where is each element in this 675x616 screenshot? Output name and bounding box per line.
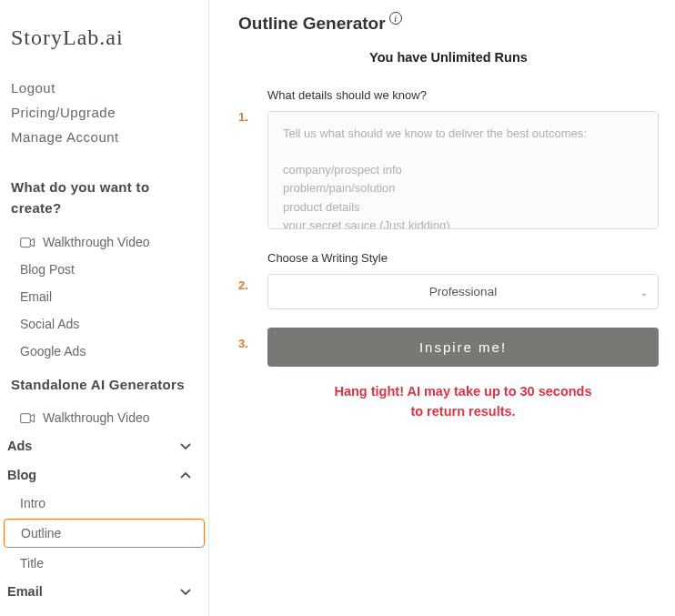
chevron-down-icon bbox=[179, 439, 192, 452]
step-2: 2. Choose a Writing Style Professional ⌄ bbox=[238, 251, 659, 309]
nav-google-ads[interactable]: Google Ads bbox=[0, 338, 208, 365]
nav-blog-post[interactable]: Blog Post bbox=[0, 256, 208, 283]
writing-style-select[interactable]: Professional bbox=[267, 274, 659, 309]
nav-item-label: Google Ads bbox=[20, 344, 86, 358]
step-number: 1. bbox=[238, 88, 253, 233]
step-number: 3. bbox=[238, 328, 253, 422]
sidebar: StoryLab.ai Logout Pricing/Upgrade Manag… bbox=[0, 0, 209, 616]
nav-walkthrough-video[interactable]: Walkthrough Video bbox=[0, 228, 208, 256]
blog-outline-item[interactable]: Outline bbox=[4, 519, 205, 548]
step-1: 1. What details should we know? bbox=[238, 88, 659, 233]
step-3: 3. Inspire me! Hang tight! AI may take u… bbox=[238, 328, 659, 422]
nav-item-label: Social Ads bbox=[20, 317, 79, 331]
svg-rect-0 bbox=[21, 238, 31, 247]
runs-label: You have Unlimited Runs bbox=[238, 50, 659, 65]
info-icon[interactable]: i bbox=[389, 12, 402, 25]
nav-item-label: Email bbox=[20, 289, 52, 304]
video-icon bbox=[20, 412, 35, 423]
blog-intro-item[interactable]: Intro bbox=[0, 490, 208, 517]
page-title-row: Outline Generator i bbox=[238, 14, 659, 34]
nav-email[interactable]: Email bbox=[0, 283, 208, 310]
nav-item-label: Walkthrough Video bbox=[43, 410, 150, 425]
section-create-heading: What do you want to create? bbox=[0, 167, 208, 228]
accordion-label: Email bbox=[7, 584, 43, 599]
account-nav: Logout Pricing/Upgrade Manage Account bbox=[0, 76, 208, 167]
video-icon bbox=[20, 237, 35, 247]
main-content: Outline Generator i You have Unlimited R… bbox=[209, 0, 675, 616]
blog-title-item[interactable]: Title bbox=[0, 550, 208, 577]
nav-standalone-walkthrough[interactable]: Walkthrough Video bbox=[0, 404, 208, 431]
accordion-ads[interactable]: Ads bbox=[0, 431, 208, 460]
nav-social-ads[interactable]: Social Ads bbox=[0, 310, 208, 338]
step-number: 2. bbox=[238, 251, 253, 309]
section-standalone-heading: Standalone AI Generators bbox=[0, 365, 208, 404]
nav-item-label: Walkthrough Video bbox=[43, 235, 150, 249]
inspire-button[interactable]: Inspire me! bbox=[267, 328, 659, 367]
wait-message: Hang tight! AI may take up to 30 seconds… bbox=[267, 381, 659, 422]
pricing-link[interactable]: Pricing/Upgrade bbox=[11, 100, 197, 125]
logout-link[interactable]: Logout bbox=[11, 76, 197, 100]
details-input[interactable] bbox=[267, 111, 659, 229]
step-1-label: What details should we know? bbox=[267, 88, 659, 102]
logo: StoryLab.ai bbox=[0, 25, 208, 76]
accordion-email[interactable]: Email bbox=[0, 577, 208, 606]
step-2-label: Choose a Writing Style bbox=[267, 251, 659, 265]
accordion-label: Blog bbox=[7, 468, 36, 482]
nav-item-label: Blog Post bbox=[20, 262, 75, 277]
manage-account-link[interactable]: Manage Account bbox=[11, 125, 197, 149]
chevron-up-icon bbox=[179, 469, 192, 481]
page-title: Outline Generator bbox=[238, 14, 386, 34]
accordion-label: Ads bbox=[7, 439, 32, 453]
svg-rect-1 bbox=[21, 414, 31, 423]
chevron-down-icon bbox=[179, 585, 192, 598]
accordion-blog[interactable]: Blog bbox=[0, 460, 208, 490]
